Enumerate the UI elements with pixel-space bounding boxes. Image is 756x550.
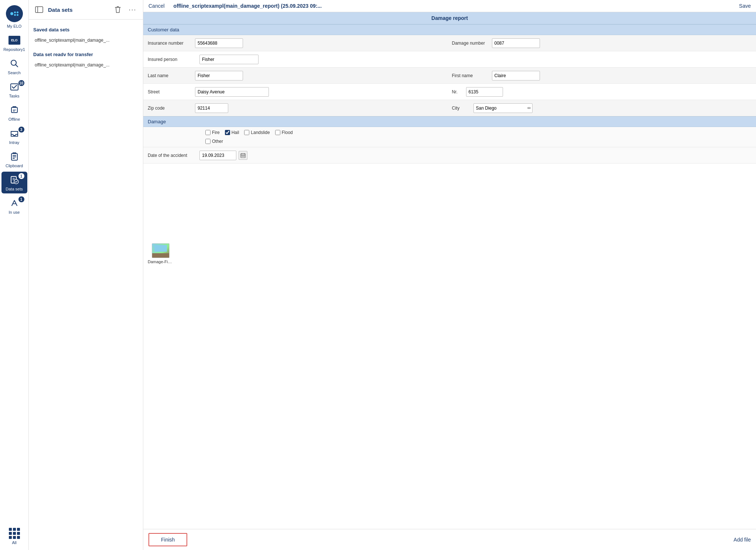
sidebar-item-datasets[interactable]: 1 Data sets <box>1 172 27 193</box>
svg-line-1 <box>16 65 18 67</box>
svg-rect-22 <box>242 156 242 157</box>
other-checkbox[interactable] <box>205 139 211 144</box>
sidebar-item-label-all: All <box>12 540 16 545</box>
insured-person-row: Insured person <box>143 51 756 68</box>
other-checkbox-label[interactable]: Other <box>205 139 223 144</box>
city-col: City ✏ <box>452 103 752 113</box>
sidebar-item-inuse[interactable]: 1 In use <box>1 195 27 217</box>
finish-button[interactable]: Finish <box>148 533 187 546</box>
sidebar-item-label-clipboard: Clipboard <box>6 164 23 168</box>
insured-person-input[interactable] <box>199 55 259 64</box>
flood-label: Flood <box>282 130 293 135</box>
elo-logo-icon <box>6 5 23 22</box>
sidebar-item-search[interactable]: Search <box>1 55 27 77</box>
insurance-number-input[interactable] <box>195 38 243 48</box>
fire-checkbox-label[interactable]: Fire <box>205 130 220 135</box>
flood-checkbox[interactable] <box>275 130 280 135</box>
sidebar-item-tasks[interactable]: 10 Tasks <box>1 79 27 100</box>
first-name-label: First name <box>452 73 489 78</box>
sidebar-item-offline[interactable]: Offline <box>1 102 27 124</box>
accident-date-row: Date of the accident <box>143 147 756 164</box>
panel-toggle-button[interactable] <box>33 4 45 16</box>
accident-date-input[interactable] <box>199 151 236 160</box>
street-row: Street Nr. <box>143 84 756 100</box>
hail-checkbox-label[interactable]: Hail <box>225 130 239 135</box>
city-edit-icon[interactable]: ✏ <box>527 106 531 111</box>
nr-input[interactable] <box>466 87 503 97</box>
insured-person-label: Insured person <box>148 57 199 62</box>
landslide-checkbox-label[interactable]: Landslide <box>244 130 270 135</box>
form-empty-space <box>143 164 756 237</box>
dataset-panel: Data sets ··· Saved data sets offline_sc… <box>29 0 143 550</box>
sidebar-item-label-repository1: Repository1 <box>3 47 25 52</box>
street-label: Street <box>148 89 192 94</box>
sidebar-nav: My ELO ELO Repository1 Search 10 Tasks <box>0 0 29 550</box>
city-label: City <box>452 106 471 111</box>
nr-col: Nr. <box>452 87 752 97</box>
accident-date-label: Date of the accident <box>148 153 199 158</box>
other-label: Other <box>212 139 223 144</box>
zip-city-row: Zip code City ✏ <box>143 100 756 116</box>
date-field-wrap <box>199 151 247 160</box>
dataset-toolbar: Data sets ··· <box>29 0 143 20</box>
customer-section-header: Customer data <box>143 24 756 35</box>
attachment-item[interactable]: Damage-Fisher... <box>148 243 174 264</box>
datasets-badge: 1 <box>18 173 24 179</box>
calendar-button[interactable] <box>239 151 247 160</box>
name-row: Last name First name <box>143 68 756 84</box>
landslide-checkbox[interactable] <box>244 130 249 135</box>
damage-checkbox-group: Fire Hail Landslide Flood <box>205 130 293 135</box>
insurance-col: Insurance number <box>148 38 448 48</box>
street-input[interactable] <box>195 87 269 97</box>
first-name-input[interactable] <box>492 71 540 80</box>
sidebar-item-repository1[interactable]: ELO Repository1 <box>1 32 27 54</box>
sidebar-item-label-tasks: Tasks <box>9 94 19 98</box>
sidebar-item-label-offline: Offline <box>8 117 20 121</box>
zip-code-input[interactable] <box>195 103 228 113</box>
intray-badge: 3 <box>18 127 24 133</box>
damage-checkboxes-section: Fire Hail Landslide Flood <box>143 127 756 147</box>
svg-rect-24 <box>244 156 244 157</box>
inuse-badge: 1 <box>18 196 24 202</box>
fire-checkbox[interactable] <box>205 130 211 135</box>
sidebar-item-label-datasets: Data sets <box>6 187 23 191</box>
landslide-label: Landslide <box>251 130 270 135</box>
zip-code-label: Zip code <box>148 106 192 111</box>
add-file-button[interactable]: Add file <box>733 537 751 543</box>
svg-rect-23 <box>243 156 243 157</box>
cancel-button[interactable]: Cancel <box>148 3 165 9</box>
svg-rect-8 <box>13 155 16 156</box>
sidebar-item-my-elo[interactable]: My ELO <box>1 3 27 31</box>
main-toolbar: Cancel offline_scriptexampl(main_damage_… <box>143 0 756 12</box>
hail-checkbox[interactable] <box>225 130 230 135</box>
form-scroll: Damage report Customer data Insurance nu… <box>143 12 756 529</box>
nr-label: Nr. <box>452 89 463 94</box>
damage-row-2: Other <box>143 138 756 147</box>
damage-number-label: Damage number <box>452 41 489 46</box>
sidebar-item-all[interactable]: All <box>1 525 27 547</box>
main-toolbar-title: offline_scriptexampl(main_damage_report)… <box>174 3 736 9</box>
last-name-input[interactable] <box>195 71 243 80</box>
delete-dataset-button[interactable] <box>112 4 124 16</box>
more-options-button[interactable]: ··· <box>127 4 138 16</box>
zip-col: Zip code <box>148 103 448 113</box>
sidebar-item-label-inuse: In use <box>9 210 20 214</box>
saved-dataset-item[interactable]: offline_scriptexampl(main_damage_... <box>33 35 138 46</box>
sidebar-item-label-intray: Intray <box>9 140 20 145</box>
flood-checkbox-label[interactable]: Flood <box>275 130 293 135</box>
svg-rect-9 <box>13 157 16 157</box>
save-button[interactable]: Save <box>739 3 751 9</box>
damage-col: Damage number <box>452 38 752 48</box>
form-title: Damage report <box>143 12 756 24</box>
sidebar-item-clipboard[interactable]: Clipboard <box>1 148 27 170</box>
damage-number-input[interactable] <box>492 38 540 48</box>
last-name-col: Last name <box>148 71 448 80</box>
svg-rect-18 <box>241 154 245 158</box>
attachment-label: Damage-Fisher... <box>148 259 174 264</box>
svg-rect-16 <box>35 7 43 13</box>
offline-icon <box>8 104 20 116</box>
city-input-wrap: ✏ <box>473 103 533 113</box>
city-input[interactable] <box>473 103 533 113</box>
sidebar-item-intray[interactable]: 3 Intray <box>1 125 27 147</box>
transfer-dataset-item[interactable]: offline_scriptexampl(main_damage_... <box>33 59 138 71</box>
